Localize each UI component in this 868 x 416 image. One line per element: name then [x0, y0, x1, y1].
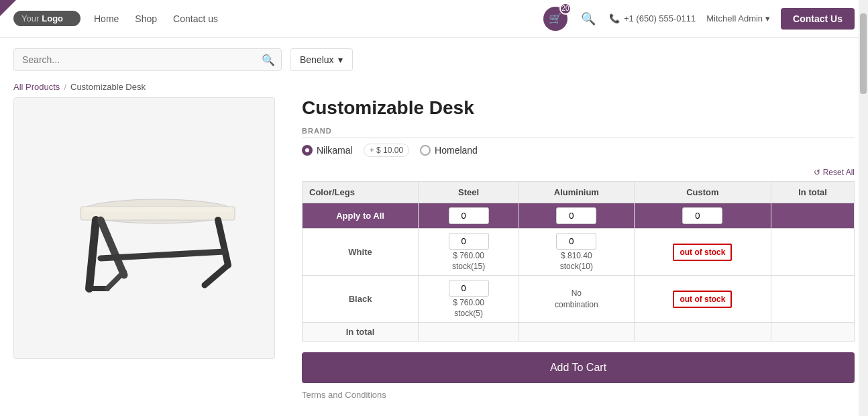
phone-icon: 📞 — [609, 13, 620, 23]
reset-all-label: Reset All — [823, 168, 855, 177]
cart-button[interactable]: 🛒 20 — [543, 7, 567, 31]
svg-line-5 — [101, 220, 124, 275]
apply-to-all-total — [771, 203, 855, 229]
col-header-in-total: In total — [771, 182, 855, 203]
black-steel-cell: $ 760.00 stock(5) — [419, 276, 519, 323]
svg-line-2 — [89, 220, 96, 289]
region-dropdown[interactable]: Benelux ▾ — [290, 48, 353, 71]
row-color-black: Black — [303, 276, 419, 323]
table-row-white: White $ 760.00 stock(15) $ 810.40 stock(… — [303, 229, 855, 276]
nilkamal-radio-icon — [302, 145, 313, 156]
apply-to-all-custom — [634, 203, 771, 229]
white-aluminium-price: $ 810.40 — [561, 251, 592, 260]
dropdown-chevron-icon: ▾ — [765, 13, 770, 23]
reset-all-button[interactable]: ↺ Reset All — [814, 168, 855, 177]
black-custom-out-of-stock: out of stock — [673, 291, 732, 308]
apply-all-custom-input[interactable] — [682, 207, 722, 224]
user-dropdown[interactable]: Mitchell Admin ▾ — [706, 13, 770, 23]
in-total-aluminium — [519, 323, 635, 342]
nav-shop[interactable]: Shop — [135, 13, 157, 24]
nilkamal-label: Nilkamal — [317, 145, 353, 156]
product-image — [50, 148, 238, 309]
search-input[interactable] — [13, 48, 282, 71]
reset-all-row: ↺ Reset All — [302, 168, 855, 177]
add-to-cart-button[interactable]: Add To Cart — [302, 352, 855, 383]
nav-home[interactable]: Home — [94, 13, 119, 24]
white-steel-input[interactable] — [449, 233, 489, 250]
brand-nilkamal[interactable]: Nilkamal — [302, 145, 353, 156]
col-header-color: Color/Legs — [303, 182, 419, 203]
black-aluminium-no-combo: Nocombination — [555, 289, 598, 309]
variants-table: Color/Legs Steel Aluminium Custom In tot… — [302, 181, 855, 342]
phone-number: +1 (650) 555-0111 — [624, 13, 696, 23]
black-steel-input[interactable] — [449, 280, 489, 297]
search-wrapper: 🔍 — [13, 48, 282, 71]
white-steel-cell: $ 760.00 stock(15) — [419, 229, 519, 276]
breadcrumb-current: Customizable Desk — [70, 82, 146, 92]
apply-to-all-label: Apply to All — [303, 203, 419, 229]
col-header-custom: Custom — [634, 182, 771, 203]
in-total-steel — [419, 323, 519, 342]
nav-links: Home Shop Contact us — [94, 13, 218, 24]
in-total-custom — [634, 323, 771, 342]
brand-label: BRAND — [302, 127, 855, 138]
phone-area: 📞 +1 (650) 555-0111 — [609, 13, 696, 23]
white-total-cell — [771, 229, 855, 276]
navbar: Your Logo Home Shop Contact us 🛒 20 🔍 📞 … — [0, 0, 868, 38]
black-total-cell — [771, 276, 855, 323]
black-custom-cell: out of stock — [634, 276, 771, 323]
brand-options: Nilkamal + $ 10.00 Homeland — [302, 144, 855, 157]
svg-line-6 — [101, 252, 225, 258]
white-steel-stock: stock(15) — [452, 262, 485, 271]
search-icon: 🔍 — [262, 54, 275, 66]
logo[interactable]: Your Logo — [13, 11, 80, 26]
search-icon-button[interactable]: 🔍 — [578, 9, 598, 29]
apply-to-all-aluminium — [519, 203, 635, 229]
region-label: Benelux — [300, 54, 334, 65]
scrollbar-thumb[interactable] — [860, 13, 867, 94]
white-aluminium-cell: $ 810.40 stock(10) — [519, 229, 635, 276]
white-custom-cell: out of stock — [634, 229, 771, 276]
breadcrumb-all-products[interactable]: All Products — [13, 82, 60, 92]
product-image-container — [13, 97, 275, 359]
in-total-value — [771, 323, 855, 342]
white-aluminium-stock: stock(10) — [560, 262, 593, 271]
table-row-black: Black $ 760.00 stock(5) Nocombination ou… — [303, 276, 855, 323]
row-color-white: White — [303, 229, 419, 276]
product-details: Customizable Desk BRAND Nilkamal + $ 10.… — [302, 97, 855, 400]
svg-line-3 — [218, 220, 228, 265]
white-aluminium-input[interactable] — [556, 233, 596, 250]
logo-your: Your — [21, 13, 39, 23]
black-steel-price: $ 760.00 — [453, 298, 484, 307]
white-steel-price: $ 760.00 — [453, 251, 484, 260]
svg-line-8 — [107, 272, 124, 289]
homeland-radio-icon — [420, 145, 431, 156]
nav-contact[interactable]: Contact us — [173, 13, 218, 24]
apply-to-all-row: Apply to All — [303, 203, 855, 229]
col-header-aluminium: Aluminium — [519, 182, 635, 203]
user-name: Mitchell Admin — [706, 13, 763, 23]
black-steel-stock: stock(5) — [454, 309, 483, 318]
terms-text: Terms and Conditions — [302, 390, 855, 400]
svg-line-4 — [205, 265, 228, 285]
contact-us-button[interactable]: Contact Us — [781, 8, 855, 30]
homeland-label: Homeland — [435, 145, 478, 156]
apply-all-aluminium-input[interactable] — [556, 207, 596, 224]
white-custom-out-of-stock: out of stock — [673, 244, 732, 261]
cart-badge: 20 — [559, 3, 572, 15]
apply-to-all-steel — [419, 203, 519, 229]
region-chevron-icon: ▾ — [338, 54, 343, 65]
apply-all-steel-input[interactable] — [449, 207, 489, 224]
scrollbar-track[interactable] — [859, 0, 868, 413]
col-header-steel: Steel — [419, 182, 519, 203]
nilkamal-price-badge: + $ 10.00 — [364, 144, 409, 157]
brand-homeland[interactable]: Homeland — [420, 145, 478, 156]
main-content: Customizable Desk BRAND Nilkamal + $ 10.… — [0, 97, 868, 413]
in-total-label: In total — [303, 323, 419, 342]
reset-icon: ↺ — [814, 168, 820, 177]
svg-rect-9 — [84, 207, 231, 212]
breadcrumb-separator: / — [64, 82, 66, 92]
black-aluminium-cell: Nocombination — [519, 276, 635, 323]
breadcrumb: All Products / Customizable Desk — [0, 82, 868, 97]
logo-logo: Logo — [42, 13, 63, 23]
